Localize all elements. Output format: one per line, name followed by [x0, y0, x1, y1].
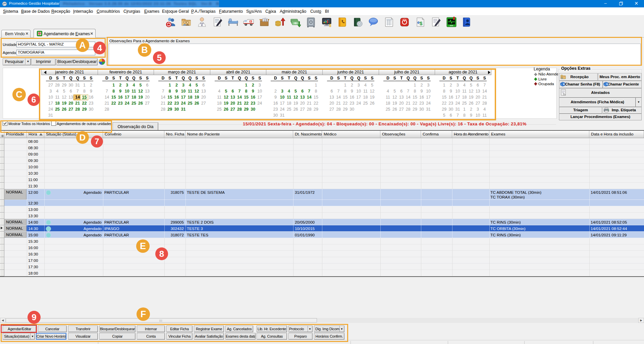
svg-text:$: $ — [420, 20, 423, 26]
svg-text:$: $ — [329, 23, 331, 28]
